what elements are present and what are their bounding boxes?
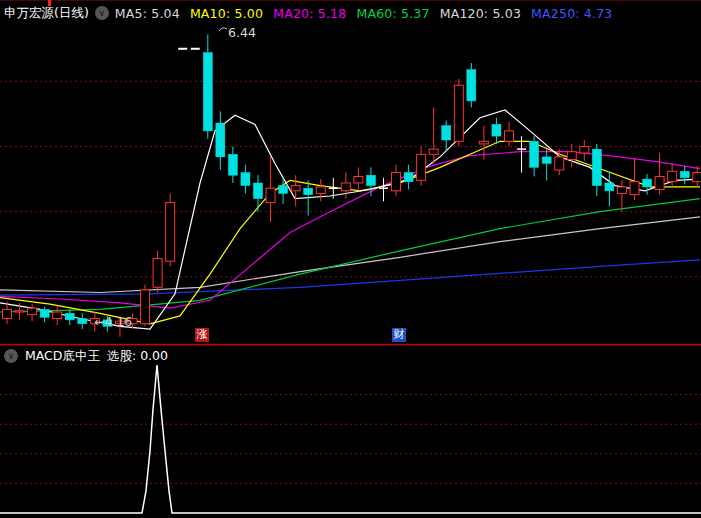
candle-up (141, 290, 150, 324)
candle-up (505, 131, 514, 141)
signal-spike-line (0, 365, 701, 513)
ma-line-ma120 (0, 217, 700, 293)
candle-up (354, 176, 363, 183)
candle-up (266, 188, 275, 202)
candle-down (442, 126, 451, 140)
candle-down (241, 173, 250, 186)
candle-down (530, 141, 539, 167)
candle-up (166, 203, 175, 262)
candle-down (279, 186, 288, 194)
candle-up (479, 141, 488, 144)
indicator-title: MACD底中王 (25, 348, 100, 365)
candle-down (40, 309, 49, 317)
candle-down (366, 175, 375, 185)
trading-app-window: 申万宏源(日线) ∨ MA5: 5.04 MA10: 5.00 MA20: 5.… (0, 0, 701, 518)
chevron-down-icon[interactable]: ∨ (95, 6, 109, 20)
candle-up (454, 85, 463, 141)
candle-up (567, 152, 576, 160)
chart-canvas[interactable] (0, 0, 701, 518)
indicator-value: 选股: 0.00 (107, 348, 168, 365)
ma20-legend: MA20: 5.18 (273, 6, 346, 21)
candle-down (492, 124, 501, 136)
candle-up (655, 176, 664, 189)
candle-up (153, 259, 162, 288)
candle-down (254, 183, 263, 199)
candle-down (404, 173, 413, 182)
candle-up (53, 312, 62, 319)
candle-down (643, 179, 652, 187)
low-price-label: ←4.16 (94, 314, 132, 329)
candle-down (78, 319, 87, 324)
sub-panel-header: ∨ MACD底中王 选股: 0.00 (4, 348, 168, 364)
candle-up (417, 154, 426, 180)
ma-line-ma250 (0, 260, 700, 295)
candle-up (580, 147, 589, 154)
candle-down (304, 188, 313, 195)
candle-up (291, 186, 300, 191)
candle-down (592, 149, 601, 185)
candle-down (467, 70, 476, 101)
candle-up (429, 149, 438, 154)
ma-line-ma5 (0, 110, 700, 329)
ma120-legend: MA120: 5.03 (440, 6, 521, 21)
candle-down (203, 53, 212, 131)
candle-down (65, 313, 74, 320)
candle-down (542, 157, 551, 164)
high-pointer-icon (219, 28, 227, 31)
candle-up (341, 183, 350, 191)
ma250-legend: MA250: 4.73 (531, 6, 612, 21)
stock-title: 申万宏源(日线) (4, 5, 89, 22)
candle-up (630, 182, 639, 195)
ma60-legend: MA60: 5.37 (356, 6, 429, 21)
ma10-legend: MA10: 5.00 (190, 6, 263, 21)
chevron-down-icon[interactable]: ∨ (4, 349, 18, 363)
marker-badge-zhang[interactable]: 涨 (195, 328, 209, 342)
candle-down (228, 154, 237, 175)
candle-up (15, 311, 24, 312)
candle-up (3, 309, 12, 318)
candle-up (316, 187, 325, 194)
candle-up (668, 171, 677, 181)
candle-down (216, 123, 225, 157)
candle-up (617, 187, 626, 194)
high-price-label: 6.44 (228, 25, 256, 40)
main-panel-header: 申万宏源(日线) ∨ MA5: 5.04 MA10: 5.00 MA20: 5.… (4, 4, 623, 22)
candle-up (555, 157, 564, 170)
candle-up (392, 173, 401, 191)
marker-badge-cai[interactable]: 财 (392, 328, 406, 342)
ma5-legend: MA5: 5.04 (115, 6, 180, 21)
ma-line-ma60 (0, 199, 700, 312)
candle-up (693, 173, 701, 182)
candle-up (28, 308, 37, 315)
candle-down (680, 171, 689, 178)
candle-down (605, 183, 614, 191)
